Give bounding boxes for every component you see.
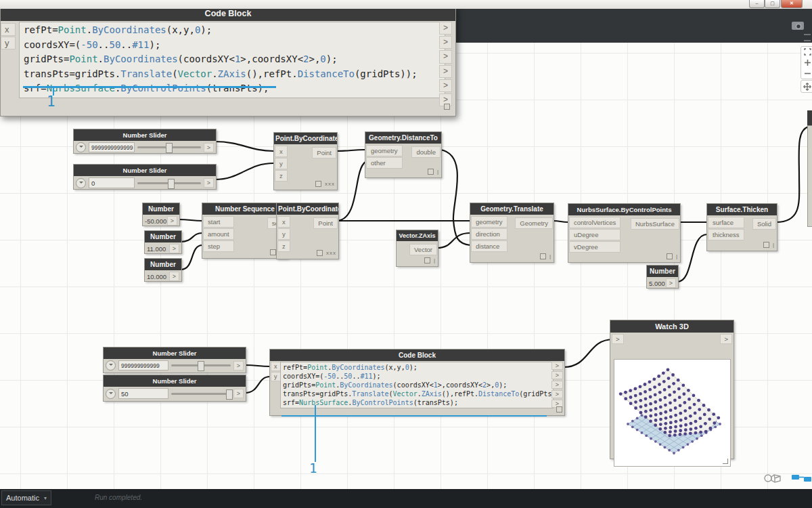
input-port-vdegree[interactable]: vDegree [569, 241, 621, 253]
output-port[interactable]: > [551, 381, 563, 389]
fit-view-icon[interactable] [804, 48, 811, 56]
wire[interactable] [245, 365, 270, 366]
node-number-thickness[interactable]: Number 5.000> [646, 265, 679, 289]
preview-checkbox[interactable] [424, 257, 430, 263]
node-number-slider-x-bottom[interactable]: Number Slider 999999999999 > [103, 347, 246, 373]
output-port[interactable]: > [169, 244, 179, 253]
wire[interactable] [677, 234, 707, 282]
slider-track[interactable] [171, 364, 231, 366]
input-port-y[interactable]: y [1, 37, 16, 49]
input-port-start[interactable]: start [203, 216, 234, 228]
output-port[interactable]: Geometry [515, 217, 553, 229]
graph-view-icon[interactable] [791, 473, 812, 484]
output-port[interactable]: Solid [752, 218, 776, 230]
preview-checkbox[interactable] [315, 181, 321, 187]
input-port-x[interactable]: x [277, 216, 290, 228]
input-port-step[interactable]: step [203, 240, 234, 252]
node-number-slider-y-bottom[interactable]: Number Slider 50 > [103, 375, 246, 402]
node-point-bycoordinates-1[interactable]: Point.ByCoordinates x y z Point xxx [273, 132, 338, 190]
output-port[interactable]: > [167, 216, 177, 226]
maximize-button[interactable]: ▢ [765, 0, 780, 8]
wire[interactable] [215, 142, 273, 151]
slider-value[interactable]: 999999999999 [118, 360, 168, 371]
watch3d-viewport[interactable] [614, 359, 731, 467]
pan-icon[interactable] [803, 83, 811, 91]
number-value[interactable]: 5.000 [649, 280, 665, 287]
slider-handle[interactable] [168, 179, 175, 189]
wire[interactable] [564, 339, 613, 367]
node-canvas[interactable]: Number Slider 9999999999999 > Number Sli… [0, 0, 812, 489]
close-button[interactable]: ✕ [781, 0, 803, 8]
slider-handle[interactable] [226, 389, 233, 400]
node-title[interactable]: Watch 3D [610, 320, 734, 333]
lacing-indicator[interactable]: | [773, 242, 775, 248]
node-number-slider-y[interactable]: Number Slider 0 > [73, 164, 217, 190]
input-port-amount[interactable]: amount [203, 228, 234, 240]
output-port[interactable]: > [233, 389, 244, 398]
lacing-indicator[interactable]: xxx [325, 181, 335, 187]
node-title[interactable]: Number Slider [74, 165, 216, 176]
output-port[interactable]: > [439, 22, 452, 35]
output-port[interactable]: double [411, 146, 441, 158]
input-port-z[interactable]: z [277, 240, 290, 252]
lacing-indicator[interactable]: | [549, 253, 551, 259]
input-port-direction[interactable]: direction [471, 228, 508, 240]
output-port[interactable]: > [439, 36, 452, 49]
preview-checkbox[interactable] [540, 253, 546, 259]
wire[interactable] [776, 127, 809, 222]
input-port-distance[interactable]: distance [471, 240, 508, 252]
offscreen-node-header[interactable] [807, 110, 812, 125]
node-title[interactable]: Number Slider [104, 347, 246, 359]
input-port-y[interactable]: y [271, 372, 281, 381]
code-editor[interactable]: refPt=Point.ByCoordinates(x,y,0);coordsX… [280, 362, 554, 408]
output-port[interactable]: > [666, 278, 676, 288]
node-surface-thicken[interactable]: Surface.Thicken surface thickness Solid … [706, 203, 777, 251]
preview-checkbox[interactable] [667, 253, 673, 259]
output-port[interactable]: > [439, 79, 452, 92]
lacing-indicator[interactable]: | [434, 257, 436, 263]
node-code-block[interactable]: Code Block x y refPt=Point.ByCoordinates… [269, 349, 565, 416]
output-port[interactable]: Vector [409, 244, 437, 255]
wire[interactable] [245, 377, 270, 393]
wire[interactable] [441, 150, 470, 245]
node-title[interactable]: Vector.ZAxis [397, 230, 438, 241]
input-port-y[interactable]: y [275, 158, 288, 169]
output-port[interactable]: > [233, 361, 244, 371]
expand-chevron-icon[interactable] [76, 142, 86, 152]
node-title[interactable]: Number [145, 259, 181, 270]
output-port[interactable]: > [439, 50, 452, 63]
input-port[interactable]: > [612, 334, 624, 344]
number-value[interactable]: 10.000 [147, 273, 166, 280]
node-number-amount[interactable]: Number 11.000> [144, 230, 182, 254]
input-port-other[interactable]: other [366, 157, 403, 169]
preview-checkbox[interactable] [556, 406, 562, 412]
input-port-z[interactable]: z [275, 170, 288, 182]
node-title[interactable]: Number Slider [74, 129, 216, 141]
minimize-button[interactable]: – [749, 0, 765, 8]
node-title[interactable]: NurbsSurface.ByControlPoints [568, 204, 680, 215]
node-title[interactable]: Point.ByCoordinates [274, 133, 337, 144]
output-port[interactable]: > [551, 362, 563, 370]
zoom-out-icon[interactable] [804, 70, 811, 77]
output-port[interactable]: > [551, 371, 563, 379]
number-value[interactable]: -50.000 [145, 217, 166, 225]
resize-handle-icon[interactable] [723, 459, 728, 464]
geometry-view-icon[interactable] [762, 473, 788, 484]
node-watch-3d[interactable]: Watch 3D > > [610, 320, 734, 459]
node-title[interactable]: Point.ByCoordinates [277, 203, 338, 215]
node-number-sequence[interactable]: Number Sequence start amount step seq ||… [202, 203, 288, 259]
expand-chevron-icon[interactable] [106, 389, 116, 399]
wire[interactable] [336, 150, 365, 151]
node-title[interactable]: Number [647, 266, 678, 277]
node-title[interactable]: Number [143, 203, 179, 215]
node-title[interactable]: Geometry.Translate [470, 203, 554, 215]
output-port[interactable]: NurbsSurface [631, 218, 679, 230]
preview-checkbox[interactable] [444, 104, 450, 110]
slider-handle[interactable] [166, 143, 173, 153]
lacing-indicator[interactable]: xxx [326, 250, 336, 256]
node-point-bycoordinates-2[interactable]: Point.ByCoordinates x y z Point xxx [276, 203, 339, 259]
node-number-slider-x[interactable]: Number Slider 9999999999999 > [73, 129, 217, 154]
offscreen-node-body[interactable] [807, 125, 812, 227]
node-title[interactable]: Number Slider [104, 375, 246, 387]
output-port[interactable]: > [551, 390, 563, 398]
